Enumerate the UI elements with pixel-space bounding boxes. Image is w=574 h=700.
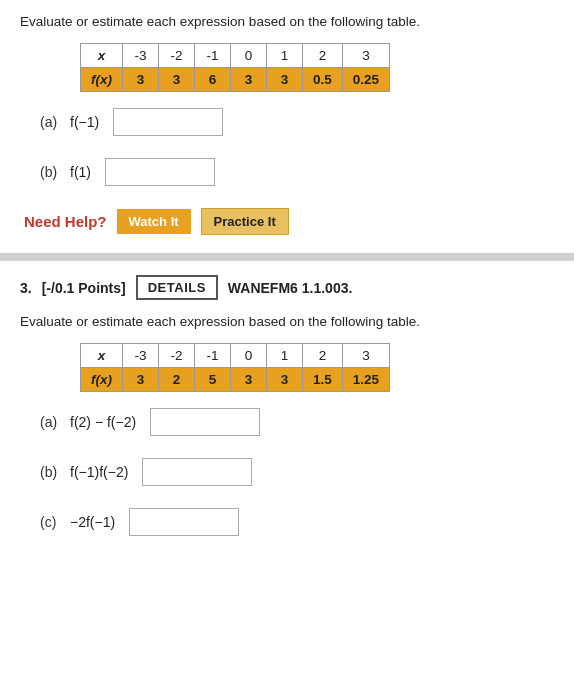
col-2: 2	[303, 44, 343, 68]
s2-part-c-label: (c)	[40, 514, 70, 530]
fx-neg3: 3	[123, 68, 159, 92]
s2-col-3: 3	[342, 344, 389, 368]
part-b-input[interactable]	[105, 158, 215, 186]
part-a-label: (a)	[40, 114, 70, 130]
watch-it-button[interactable]: Watch It	[117, 209, 191, 234]
part-b-expr: f(1)	[70, 164, 91, 180]
section-divider	[0, 253, 574, 261]
col-3: 3	[342, 44, 389, 68]
problem-number: 3.	[20, 280, 32, 296]
s2-part-b-label: (b)	[40, 464, 70, 480]
s2-fx-2: 1.5	[303, 368, 343, 392]
s2-part-b-expr: f(−1)f(−2)	[70, 464, 128, 480]
need-help-label: Need Help?	[24, 213, 107, 230]
s2-col-0: 0	[231, 344, 267, 368]
fx-0: 3	[231, 68, 267, 92]
col-0: 0	[231, 44, 267, 68]
s2-col-neg3: -3	[123, 344, 159, 368]
section2-part-b: (b) f(−1)f(−2)	[40, 458, 554, 486]
s2-fx-neg1: 5	[195, 368, 231, 392]
part-a-input[interactable]	[113, 108, 223, 136]
part-a-expr: f(−1)	[70, 114, 99, 130]
s2-col-neg2: -2	[159, 344, 195, 368]
s2-fx-label: f(x)	[81, 368, 123, 392]
s2-col-1: 1	[267, 344, 303, 368]
table-fx-row: f(x) 3 3 6 3 3 0.5 0.25	[81, 68, 390, 92]
details-badge: DETAILS	[136, 275, 218, 300]
fx-neg2: 3	[159, 68, 195, 92]
s2-col-neg1: -1	[195, 344, 231, 368]
s2-fx-0: 3	[231, 368, 267, 392]
points-label: [-/0.1 Points]	[42, 280, 126, 296]
need-help-section: Need Help? Watch It Practice It	[24, 208, 554, 235]
fx-neg1: 6	[195, 68, 231, 92]
s2-table-header-row: x -3 -2 -1 0 1 2 3	[81, 344, 390, 368]
s2-x-header: x	[81, 344, 123, 368]
section2-table: x -3 -2 -1 0 1 2 3 f(x) 3 2 5 3 3 1.5 1.…	[80, 343, 390, 392]
x-header: x	[81, 44, 123, 68]
s2-part-a-label: (a)	[40, 414, 70, 430]
problem-header: 3. [-/0.1 Points] DETAILS WANEFM6 1.1.00…	[20, 275, 554, 300]
s2-table-fx-row: f(x) 3 2 5 3 3 1.5 1.25	[81, 368, 390, 392]
section2-instruction: Evaluate or estimate each expression bas…	[20, 314, 554, 329]
s2-fx-neg3: 3	[123, 368, 159, 392]
practice-it-button[interactable]: Practice It	[201, 208, 289, 235]
col-neg1: -1	[195, 44, 231, 68]
col-neg2: -2	[159, 44, 195, 68]
section1-part-b: (b) f(1)	[40, 158, 554, 186]
section1-part-a: (a) f(−1)	[40, 108, 554, 136]
s2-fx-3: 1.25	[342, 368, 389, 392]
s2-fx-neg2: 2	[159, 368, 195, 392]
fx-label: f(x)	[81, 68, 123, 92]
section2: 3. [-/0.1 Points] DETAILS WANEFM6 1.1.00…	[0, 261, 574, 568]
section1-instruction: Evaluate or estimate each expression bas…	[20, 14, 554, 29]
s2-part-a-input[interactable]	[150, 408, 260, 436]
s2-part-c-input[interactable]	[129, 508, 239, 536]
col-neg3: -3	[123, 44, 159, 68]
section2-part-a: (a) f(2) − f(−2)	[40, 408, 554, 436]
col-1: 1	[267, 44, 303, 68]
s2-fx-1: 3	[267, 368, 303, 392]
fx-1: 3	[267, 68, 303, 92]
s2-col-2: 2	[303, 344, 343, 368]
table-header-row: x -3 -2 -1 0 1 2 3	[81, 44, 390, 68]
s2-part-a-expr: f(2) − f(−2)	[70, 414, 136, 430]
part-b-label: (b)	[40, 164, 70, 180]
fx-3: 0.25	[342, 68, 389, 92]
fx-2: 0.5	[303, 68, 343, 92]
s2-part-b-input[interactable]	[142, 458, 252, 486]
section1: Evaluate or estimate each expression bas…	[0, 0, 574, 253]
s2-part-c-expr: −2f(−1)	[70, 514, 115, 530]
section1-table: x -3 -2 -1 0 1 2 3 f(x) 3 3 6 3 3 0.5 0.…	[80, 43, 390, 92]
problem-id: WANEFM6 1.1.003.	[228, 280, 353, 296]
section2-part-c: (c) −2f(−1)	[40, 508, 554, 536]
